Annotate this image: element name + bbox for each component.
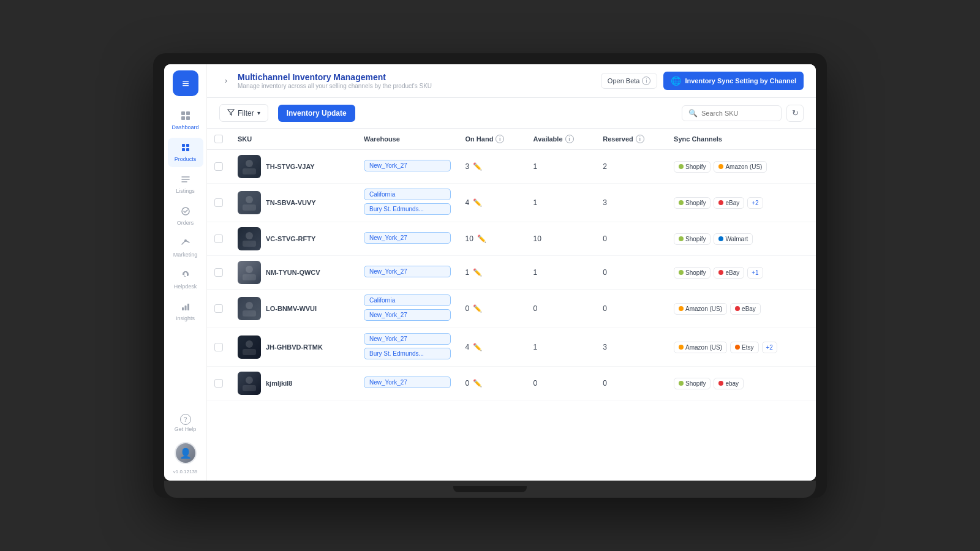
warehouse-tag[interactable]: New_York_27 [364, 266, 451, 277]
filter-label: Filter [238, 109, 254, 118]
sidebar-item-help[interactable]: ? Get Help [168, 409, 203, 437]
channels-cell-3: ShopifyeBay+1 [674, 267, 809, 279]
channel-badge[interactable]: Shopify [674, 378, 710, 389]
products-icon [181, 143, 190, 155]
available-value-1: 1 [526, 184, 596, 222]
search-icon: 🔍 [688, 109, 698, 118]
orders-icon [181, 206, 190, 219]
avatar[interactable]: 👤 [175, 442, 197, 464]
svg-rect-4 [182, 144, 185, 147]
channel-name: Shopify [685, 236, 706, 242]
product-thumbnail-1 [238, 191, 261, 214]
top-bar-left: › Multichannel Inventory Management Mana… [219, 72, 432, 89]
inventory-update-button[interactable]: Inventory Update [278, 105, 355, 122]
reserved-value-0: 2 [595, 150, 666, 184]
filter-button[interactable]: Filter ▾ [219, 104, 268, 122]
channel-badge[interactable]: Shopify [674, 161, 710, 173]
refresh-button[interactable]: ↻ [786, 105, 804, 122]
svg-point-12 [184, 239, 187, 242]
warehouse-tag[interactable]: New_York_27 [364, 160, 451, 171]
reserved-column-header: Reserved i [595, 129, 666, 150]
channel-badge[interactable]: eBay [714, 197, 744, 209]
channel-name: Shopify [685, 380, 706, 387]
search-input[interactable] [701, 110, 775, 117]
channel-badge[interactable]: Shopify [674, 197, 710, 209]
sidebar-item-listings[interactable]: Listings [168, 170, 203, 199]
row-checkbox-5[interactable] [214, 343, 223, 351]
edit-on-hand-icon-0[interactable]: ✏️ [473, 162, 482, 171]
row-checkbox-6[interactable] [214, 379, 223, 388]
row-checkbox-1[interactable] [214, 198, 223, 207]
channel-name: Walmart [725, 236, 748, 242]
open-beta-button[interactable]: Open Beta i [601, 73, 658, 89]
warehouse-tag[interactable]: Bury St. Edmunds... [364, 348, 451, 359]
svg-point-26 [246, 266, 253, 273]
warehouse-label: Warehouse [364, 135, 400, 143]
svg-rect-5 [186, 144, 189, 147]
warehouse-tag[interactable]: New_York_27 [364, 232, 451, 244]
warehouse-tags-0: New_York_27 [364, 160, 451, 173]
more-channels-badge[interactable]: +2 [762, 342, 777, 353]
sync-button-label: Inventory Sync Setting by Channel [685, 77, 796, 84]
row-checkbox-2[interactable] [214, 234, 223, 243]
channel-badge[interactable]: Shopify [674, 267, 710, 279]
edit-on-hand-icon-2[interactable]: ✏️ [477, 234, 486, 243]
table-row: VC-STVG-RFTY New_York_27 10 ✏️ 100Shopif… [207, 222, 816, 256]
channels-cell-2: ShopifyWalmart [674, 233, 809, 245]
warehouse-tag[interactable]: New_York_27 [364, 377, 451, 388]
channel-name: Shopify [685, 163, 706, 170]
sidebar-item-dashboard[interactable]: Dashboard [168, 106, 203, 135]
channel-badge[interactable]: Amazon (US) [714, 161, 767, 173]
channel-badge[interactable]: Etsy [730, 342, 758, 353]
warehouse-tag[interactable]: New_York_27 [364, 309, 451, 321]
row-checkbox-3[interactable] [214, 268, 223, 277]
channel-badge[interactable]: Walmart [714, 233, 753, 245]
sku-value-4: LO-BNMV-WVUI [266, 305, 317, 312]
channels-cell-4: Amazon (US)eBay [674, 303, 809, 315]
sync-setting-button[interactable]: 🌐 Inventory Sync Setting by Channel [663, 72, 804, 90]
sidebar-orders-label: Orders [177, 220, 194, 226]
edit-on-hand-icon-1[interactable]: ✏️ [473, 198, 482, 207]
refresh-icon: ↻ [792, 108, 799, 118]
channel-badge[interactable]: eBay [714, 267, 744, 279]
row-checkbox-0[interactable] [214, 162, 223, 171]
channel-dot [718, 200, 723, 205]
row-checkbox-4[interactable] [214, 304, 223, 313]
inventory-table: SKU Warehouse On Hand i [207, 129, 816, 400]
warehouse-tag[interactable]: Bury St. Edmunds... [364, 203, 451, 215]
edit-on-hand-icon-5[interactable]: ✏️ [473, 343, 482, 351]
sidebar-item-helpdesk[interactable]: Helpdesk [168, 265, 203, 294]
product-thumbnail-5 [238, 335, 261, 359]
warehouse-tag[interactable]: California [364, 189, 451, 200]
svg-rect-6 [182, 148, 185, 151]
select-all-checkbox[interactable] [214, 135, 223, 143]
svg-rect-2 [181, 116, 185, 120]
sidebar: ≡ Dashboard [164, 64, 207, 481]
sidebar-item-marketing[interactable]: Marketing [168, 233, 203, 263]
sku-value-3: NM-TYUN-QWCV [266, 269, 320, 276]
edit-on-hand-icon-3[interactable]: ✏️ [473, 268, 482, 277]
channel-badge[interactable]: Amazon (US) [674, 303, 727, 315]
edit-on-hand-icon-4[interactable]: ✏️ [473, 304, 482, 313]
channels-cell-6: Shopifyebay [674, 378, 809, 389]
warehouse-tag[interactable]: California [364, 294, 451, 306]
app-logo[interactable]: ≡ [173, 70, 198, 96]
more-channels-badge[interactable]: +1 [747, 267, 763, 279]
top-bar: › Multichannel Inventory Management Mana… [207, 64, 816, 98]
edit-on-hand-icon-6[interactable]: ✏️ [473, 379, 482, 388]
warehouse-tag[interactable]: New_York_27 [364, 333, 451, 345]
back-chevron-button[interactable]: › [219, 74, 233, 88]
sidebar-item-orders[interactable]: Orders [168, 201, 203, 231]
channel-badge[interactable]: eBay [730, 303, 761, 315]
sidebar-item-products[interactable]: Products [168, 138, 203, 167]
channel-badge[interactable]: Amazon (US) [674, 342, 727, 353]
page-title-block: Multichannel Inventory Management Manage… [238, 72, 432, 89]
sidebar-item-insights[interactable]: Insights [168, 297, 203, 326]
more-channels-badge[interactable]: +2 [747, 197, 763, 209]
svg-rect-24 [243, 241, 256, 247]
help-icon: ? [180, 414, 191, 425]
channel-badge[interactable]: Shopify [674, 233, 710, 245]
channel-badge[interactable]: ebay [714, 378, 744, 389]
on-hand-value-5: 4 [466, 343, 470, 351]
sync-channels-column-header: Sync Channels [666, 129, 816, 150]
